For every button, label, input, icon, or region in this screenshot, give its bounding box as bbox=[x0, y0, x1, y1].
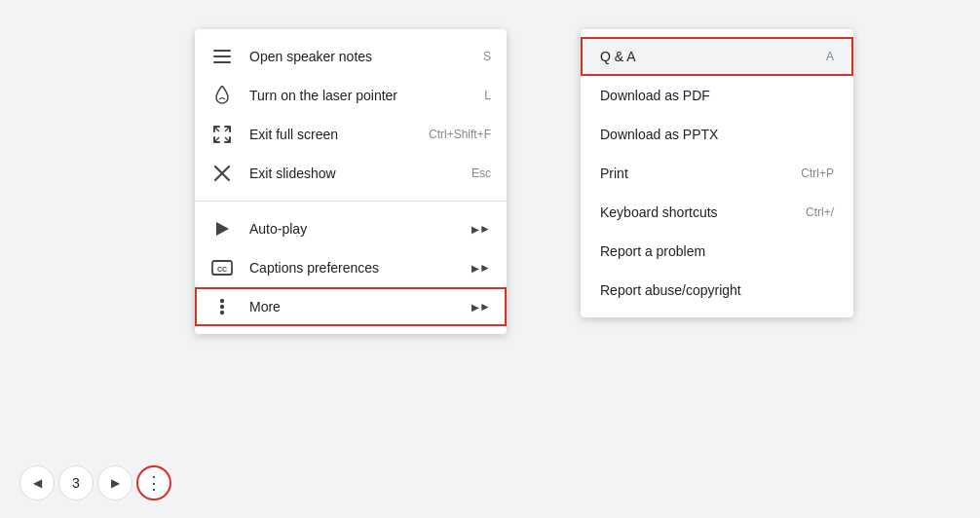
captions-preferences-label: Captions preferences bbox=[249, 260, 448, 276]
svg-marker-9 bbox=[216, 222, 229, 236]
svg-point-14 bbox=[220, 311, 224, 314]
more-dots-bar-icon: ⋮ bbox=[145, 474, 163, 492]
menu-item-laser-pointer[interactable]: Turn on the laser pointer L bbox=[195, 76, 507, 115]
svg-point-12 bbox=[220, 299, 224, 303]
sub-menu-item-report-abuse[interactable]: Report abuse/copyright bbox=[581, 271, 853, 310]
more-dots-icon bbox=[210, 298, 234, 315]
exit-slideshow-label: Exit slideshow bbox=[249, 166, 456, 181]
sub-menu-item-download-pptx[interactable]: Download as PPTX bbox=[581, 115, 853, 154]
hamburger-icon bbox=[210, 50, 234, 63]
print-shortcut: Ctrl+P bbox=[801, 166, 834, 180]
sub-menu-item-report-problem[interactable]: Report a problem bbox=[581, 232, 853, 271]
svg-rect-1 bbox=[213, 56, 231, 57]
laser-icon bbox=[210, 86, 234, 105]
laser-pointer-shortcut: L bbox=[484, 89, 491, 102]
menu-item-open-speaker-notes[interactable]: Open speaker notes S bbox=[195, 37, 507, 76]
report-abuse-label: Report abuse/copyright bbox=[600, 282, 834, 298]
sub-menu-item-keyboard-shortcuts[interactable]: Keyboard shortcuts Ctrl+/ bbox=[581, 193, 853, 232]
bottom-nav-bar: ◀ 3 ▶ ⋮ bbox=[19, 465, 171, 500]
menu-item-autoplay[interactable]: Auto-play ► bbox=[195, 209, 507, 248]
keyboard-shortcuts-shortcut: Ctrl+/ bbox=[806, 205, 834, 219]
svg-text:CC: CC bbox=[217, 266, 227, 273]
exit-slideshow-icon bbox=[210, 165, 234, 182]
sub-menu-item-qa[interactable]: Q & A A bbox=[581, 37, 853, 76]
download-pdf-label: Download as PDF bbox=[600, 88, 834, 103]
svg-rect-0 bbox=[213, 50, 231, 52]
open-speaker-notes-label: Open speaker notes bbox=[249, 49, 468, 64]
next-slide-button[interactable]: ▶ bbox=[97, 465, 132, 500]
menu-divider bbox=[195, 201, 507, 202]
open-speaker-notes-shortcut: S bbox=[483, 50, 491, 63]
autoplay-label: Auto-play bbox=[249, 221, 448, 237]
menu-item-captions-preferences[interactable]: CC Captions preferences ► bbox=[195, 248, 507, 287]
print-label: Print bbox=[600, 166, 785, 181]
page-number-label: 3 bbox=[72, 475, 80, 491]
svg-rect-2 bbox=[213, 61, 231, 63]
more-options-bar-button[interactable]: ⋮ bbox=[136, 465, 171, 500]
menu-item-more[interactable]: More ► bbox=[195, 287, 507, 326]
menu-item-exit-fullscreen[interactable]: Exit full screen Ctrl+Shift+F bbox=[195, 115, 507, 154]
exit-fullscreen-icon bbox=[210, 125, 234, 144]
exit-fullscreen-shortcut: Ctrl+Shift+F bbox=[429, 128, 491, 141]
more-label: More bbox=[249, 299, 448, 314]
menu-item-exit-slideshow[interactable]: Exit slideshow Esc bbox=[195, 154, 507, 193]
sub-menu: Q & A A Download as PDF Download as PPTX… bbox=[581, 29, 853, 317]
context-menu: Open speaker notes S Turn on the laser p… bbox=[195, 29, 507, 334]
next-icon: ▶ bbox=[111, 476, 120, 490]
laser-pointer-label: Turn on the laser pointer bbox=[249, 88, 469, 103]
sub-menu-item-print[interactable]: Print Ctrl+P bbox=[581, 154, 853, 193]
prev-slide-button[interactable]: ◀ bbox=[19, 465, 55, 500]
captions-icon: CC bbox=[210, 260, 234, 276]
autoplay-icon bbox=[210, 220, 234, 238]
page-number: 3 bbox=[58, 465, 94, 500]
autoplay-arrow-icon: ► bbox=[471, 222, 491, 236]
svg-point-13 bbox=[220, 305, 224, 309]
more-arrow-icon: ► bbox=[471, 300, 491, 314]
exit-fullscreen-label: Exit full screen bbox=[249, 127, 413, 142]
download-pptx-label: Download as PPTX bbox=[600, 127, 834, 142]
exit-slideshow-shortcut: Esc bbox=[471, 166, 491, 180]
keyboard-shortcuts-label: Keyboard shortcuts bbox=[600, 204, 790, 220]
prev-icon: ◀ bbox=[33, 476, 42, 490]
qa-label: Q & A bbox=[600, 49, 810, 64]
captions-arrow-icon: ► bbox=[471, 261, 491, 275]
qa-shortcut: A bbox=[826, 50, 834, 63]
report-problem-label: Report a problem bbox=[600, 243, 834, 259]
sub-menu-item-download-pdf[interactable]: Download as PDF bbox=[581, 76, 853, 115]
